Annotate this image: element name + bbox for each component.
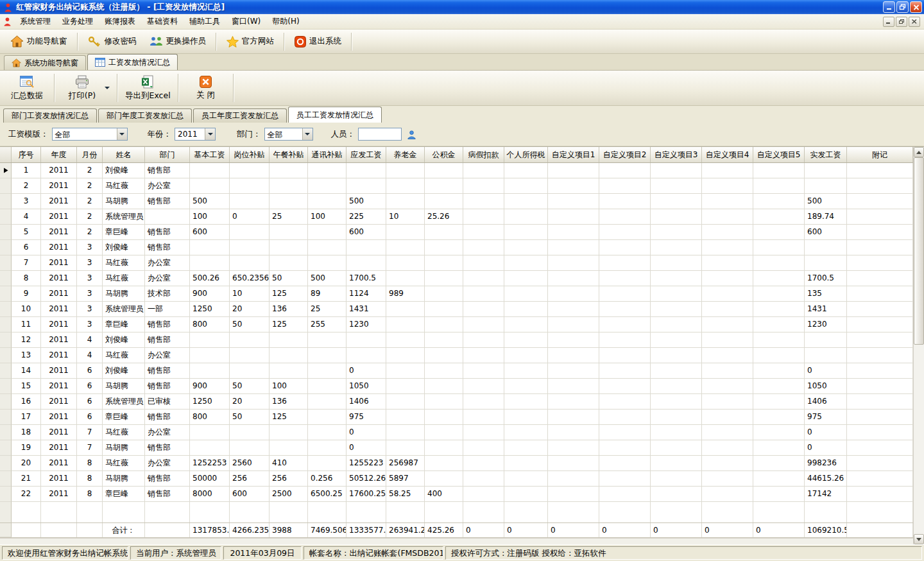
menu-item[interactable]: 窗口(W) [226, 14, 266, 29]
scroll-down-button[interactable] [914, 534, 924, 544]
row-selector[interactable] [0, 456, 12, 471]
row-selector[interactable] [0, 209, 12, 225]
salary-template-dropdown-icon[interactable] [117, 128, 127, 140]
row-selector[interactable] [0, 302, 12, 317]
table-row[interactable]: 1620116系统管理员已审核12502013614061406 [0, 394, 913, 410]
table-row[interactable]: 2020118马红薇办公室125225325604101255223256987… [0, 456, 913, 471]
column-header[interactable]: 公积金 [425, 147, 463, 162]
menu-item[interactable]: 系统管理 [14, 14, 56, 29]
report-toolbar-button[interactable]: 关 闭 [182, 72, 230, 104]
column-header[interactable]: 岗位补贴 [230, 147, 270, 162]
table-row[interactable]: 320112马胡腾销售部500500500 [0, 194, 913, 209]
column-header[interactable]: 午餐补贴 [270, 147, 308, 162]
report-tab[interactable]: 员工年度工资发放汇总 [193, 108, 287, 123]
toolbar-button[interactable]: 退出系统 [288, 33, 348, 51]
person-lookup-button[interactable] [405, 128, 418, 141]
column-header[interactable]: 月份 [77, 147, 103, 162]
menu-item[interactable]: 账簿报表 [99, 14, 141, 29]
print-dropdown-icon[interactable] [105, 84, 110, 92]
row-selector[interactable] [0, 286, 12, 302]
column-header[interactable]: 序号 [12, 147, 41, 162]
mdi-close-button[interactable] [909, 17, 920, 27]
row-selector[interactable] [0, 271, 12, 286]
table-row[interactable]: 520112章巨峰销售部600600600 [0, 225, 913, 240]
menu-item[interactable]: 业务处理 [56, 14, 99, 29]
column-header[interactable]: 应发工资 [346, 147, 386, 162]
column-header[interactable]: 自定义项目5 [753, 147, 805, 162]
document-tab[interactable]: 系统功能导航窗 [4, 55, 86, 70]
toolbar-button[interactable]: 更换操作员 [143, 33, 213, 50]
row-selector[interactable] [0, 487, 12, 502]
table-row[interactable]: 1420116刘俊峰销售部00 [0, 363, 913, 379]
report-tab[interactable]: 部门年度工资发放汇总 [98, 108, 192, 123]
table-row[interactable]: 220112马红薇办公室 [0, 178, 913, 194]
year-select[interactable]: 2011 [175, 128, 216, 141]
mdi-minimize-button[interactable] [883, 17, 894, 27]
row-selector[interactable] [0, 332, 12, 348]
mdi-restore-button[interactable] [896, 17, 907, 27]
column-header[interactable]: 自定义项目2 [599, 147, 651, 162]
column-header[interactable]: 个人所得税 [504, 147, 548, 162]
vertical-scrollbar[interactable] [913, 147, 924, 544]
table-row[interactable]: 820113马红薇办公室500.26650.2356505001700.5170… [0, 271, 913, 286]
report-tab[interactable]: 员工工资发放情况汇总 [288, 107, 382, 123]
scroll-up-button[interactable] [914, 147, 924, 157]
table-row[interactable]: 2220118章巨峰销售部800060025006500.2517600.255… [0, 487, 913, 502]
table-row[interactable]: 1120113章巨峰销售部8005012525512301230 [0, 317, 913, 332]
column-header[interactable]: 姓名 [103, 147, 145, 162]
row-selector[interactable] [0, 425, 12, 440]
department-select[interactable]: 全部 [264, 128, 313, 141]
toolbar-button[interactable]: 官方网站 [220, 33, 280, 51]
menu-item[interactable]: 辅助工具 [184, 14, 226, 29]
row-selector[interactable] [0, 240, 12, 255]
column-header[interactable]: 自定义项目1 [548, 147, 599, 162]
column-header[interactable]: 实发工资 [805, 147, 847, 162]
column-header[interactable]: 自定义项目4 [702, 147, 753, 162]
column-header[interactable]: 基本工资 [190, 147, 230, 162]
row-selector[interactable] [0, 394, 12, 410]
column-header[interactable]: 部门 [145, 147, 190, 162]
row-selector[interactable] [0, 379, 12, 394]
column-header[interactable]: 养老金 [386, 147, 425, 162]
column-header[interactable]: 通讯补贴 [308, 147, 346, 162]
row-selector[interactable] [0, 178, 12, 194]
table-row[interactable]: 1720116章巨峰销售部80050125975975 [0, 410, 913, 425]
department-dropdown-icon[interactable] [302, 128, 312, 140]
minimize-button[interactable] [883, 1, 895, 13]
table-row[interactable]: 420112系统管理员1000251002251025.26189.74 [0, 209, 913, 225]
menu-item[interactable]: 基础资料 [141, 14, 184, 29]
row-selector[interactable] [0, 348, 12, 363]
table-row[interactable]: 2120118马胡腾销售部500002562560.25650512.26589… [0, 471, 913, 487]
menu-item[interactable]: 帮助(H) [266, 14, 305, 29]
column-header[interactable]: 自定义项目3 [651, 147, 702, 162]
document-tab[interactable]: 工资发放情况汇总 [87, 54, 178, 70]
row-selector[interactable] [0, 440, 12, 456]
report-toolbar-button[interactable]: 汇总数据 [3, 72, 51, 104]
report-tab[interactable]: 部门工资发放情况汇总 [3, 108, 97, 123]
row-selector[interactable] [0, 163, 12, 178]
close-button[interactable] [910, 1, 922, 13]
table-row[interactable]: 120112刘俊峰销售部 [0, 163, 913, 178]
row-selector[interactable] [0, 317, 12, 332]
restore-button[interactable] [896, 1, 909, 13]
row-selector[interactable] [0, 363, 12, 379]
table-row[interactable]: 1320114马红薇办公室 [0, 348, 913, 363]
toolbar-button[interactable]: 修改密码 [81, 33, 143, 50]
table-row[interactable]: 1520116马胡腾销售部9005010010501050 [0, 379, 913, 394]
column-header[interactable]: 病假扣款 [463, 147, 504, 162]
table-row[interactable]: 1820117马红薇办公室00 [0, 425, 913, 440]
person-input[interactable] [358, 128, 402, 141]
table-row[interactable]: 920113马胡腾技术部90010125891124989135 [0, 286, 913, 302]
salary-template-select[interactable]: 全部 [52, 128, 128, 141]
row-selector[interactable] [0, 255, 12, 271]
row-selector[interactable] [0, 471, 12, 487]
table-row[interactable]: 1220114刘俊峰销售部 [0, 332, 913, 348]
report-toolbar-button[interactable]: 打印(P) [58, 72, 114, 104]
row-selector[interactable] [0, 410, 12, 425]
scrollbar-track[interactable] [914, 157, 924, 534]
table-row[interactable]: 1020113系统管理员一部1250201362514311431 [0, 302, 913, 317]
row-selector[interactable] [0, 194, 12, 209]
table-row[interactable]: 620113刘俊峰销售部 [0, 240, 913, 255]
column-header[interactable]: 年度 [41, 147, 77, 162]
scrollbar-thumb[interactable] [914, 157, 924, 345]
